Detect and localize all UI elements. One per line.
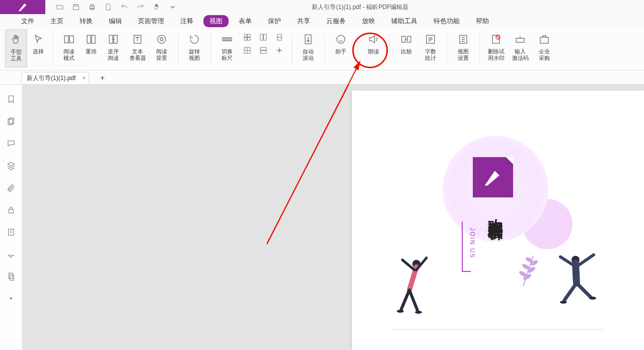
svg-rect-11 xyxy=(244,34,247,37)
svg-rect-1 xyxy=(91,5,93,6)
svg-rect-32 xyxy=(9,118,14,123)
reverse-read-button[interactable]: 逆序 阅读 xyxy=(102,29,124,67)
text-viewer-button[interactable]: 文本 查看器 xyxy=(126,29,149,67)
view-settings-button[interactable]: 视图 设置 xyxy=(452,29,474,67)
redo-icon[interactable] xyxy=(136,3,145,12)
security-icon[interactable] xyxy=(6,204,17,216)
menu-9[interactable]: 共享 xyxy=(291,15,316,27)
clipboard-icon[interactable] xyxy=(6,271,17,282)
svg-rect-13 xyxy=(244,37,247,40)
person-right-illustration xyxy=(554,250,600,315)
svg-point-49 xyxy=(589,297,596,300)
svg-rect-3 xyxy=(87,35,91,43)
svg-rect-25 xyxy=(407,36,411,42)
foxit-pen-icon xyxy=(482,166,504,188)
svg-point-23 xyxy=(337,35,345,43)
compare-button[interactable]: 比较 xyxy=(395,29,417,67)
toggle-ruler-button[interactable]: 切换 标尺 xyxy=(216,29,238,67)
menu-4[interactable]: 页面管理 xyxy=(132,15,170,27)
canvas-area[interactable]: 欢迎来到福昕 JOIN US xyxy=(22,85,644,350)
close-tab-icon[interactable]: × xyxy=(82,75,86,82)
guides-icon[interactable] xyxy=(272,32,287,42)
enterprise-button[interactable]: 企业 采购 xyxy=(533,29,555,67)
svg-rect-31 xyxy=(540,37,548,43)
bookmark-icon[interactable] xyxy=(6,94,17,105)
rotate-view-button[interactable]: 旋转 视图 xyxy=(183,29,205,67)
read-mode-button[interactable]: 阅读 模式 xyxy=(58,29,80,67)
leaf-decoration-icon xyxy=(508,252,538,287)
open-icon[interactable] xyxy=(55,3,64,12)
menu-3[interactable]: 编辑 xyxy=(103,15,128,27)
svg-point-45 xyxy=(397,310,404,313)
menu-7[interactable]: 表单 xyxy=(233,15,258,27)
svg-point-8 xyxy=(158,35,166,43)
menu-8[interactable]: 保护 xyxy=(262,15,287,27)
pages-icon[interactable] xyxy=(6,116,17,127)
svg-point-9 xyxy=(160,38,163,41)
svg-rect-34 xyxy=(9,209,13,214)
assistant-button[interactable]: 助手 xyxy=(330,29,352,67)
window-title: 新人引导(1)(1).pdf - 福昕PDF编辑器 xyxy=(177,3,644,12)
menu-0[interactable]: 文件 xyxy=(15,15,40,27)
svg-rect-14 xyxy=(248,37,250,40)
document-tab-label: 新人引导(1)(1).pdf xyxy=(27,74,76,83)
fields-icon[interactable] xyxy=(6,227,17,238)
add-tab-button[interactable]: + xyxy=(96,72,108,84)
grid-a-icon[interactable] xyxy=(240,32,254,42)
menu-11[interactable]: 放映 xyxy=(356,15,381,27)
menu-6[interactable]: 视图 xyxy=(203,15,229,27)
activate-button[interactable]: 输入 激活码 xyxy=(509,29,531,67)
svg-rect-17 xyxy=(264,34,266,40)
document-tab-bar: 新人引导(1)(1).pdf × + xyxy=(0,71,644,85)
grid-b-icon[interactable] xyxy=(240,45,254,55)
hand-dropdown-icon[interactable] xyxy=(152,3,161,12)
document-tab[interactable]: 新人引导(1)(1).pdf × xyxy=(21,72,89,84)
page-sub: JOIN US xyxy=(469,228,476,258)
wordcount-button[interactable]: 字数 统计 xyxy=(419,29,442,67)
select-tool-button[interactable]: 选择 xyxy=(29,29,47,67)
app-logo xyxy=(0,0,45,14)
svg-rect-33 xyxy=(8,119,13,125)
menu-2[interactable]: 转换 xyxy=(74,15,99,27)
svg-rect-12 xyxy=(248,34,250,37)
title-bar: 新人引导(1)(1).pdf - 福昕PDF编辑器 xyxy=(0,0,644,14)
menu-14[interactable]: 帮助 xyxy=(470,15,495,27)
ribbon-view: 手型 工具 选择 阅读 模式 重排 逆序 阅读 文本 查看器 阅读 背景 xyxy=(0,28,644,71)
quick-access-toolbar xyxy=(45,3,177,12)
print-icon[interactable] xyxy=(88,3,97,12)
grid-d-icon[interactable] xyxy=(256,45,270,55)
menu-1[interactable]: 主页 xyxy=(44,15,69,27)
signature-icon[interactable] xyxy=(6,249,17,260)
svg-rect-0 xyxy=(90,6,94,9)
menu-10[interactable]: 云服务 xyxy=(320,15,352,27)
svg-line-51 xyxy=(267,85,360,243)
comments-icon[interactable] xyxy=(6,138,17,149)
save-icon[interactable] xyxy=(71,3,81,12)
layers-icon[interactable] xyxy=(6,160,17,171)
menu-13[interactable]: 特色功能 xyxy=(427,15,466,27)
svg-rect-18 xyxy=(260,47,266,50)
collapse-icon[interactable] xyxy=(6,293,17,304)
svg-rect-19 xyxy=(260,50,266,53)
autoscroll-button[interactable]: 自动 滚动 xyxy=(297,29,319,67)
svg-point-48 xyxy=(560,301,567,304)
svg-rect-35 xyxy=(8,229,14,235)
remove-trial-watermark-button[interactable]: 删除试 用水印 xyxy=(485,29,507,67)
menu-12[interactable]: 辅助工具 xyxy=(385,15,423,27)
menu-bar: 文件主页转换编辑页面管理注释视图表单保护共享云服务放映辅助工具特色功能帮助 xyxy=(0,14,644,28)
read-background-button[interactable]: 阅读 背景 xyxy=(151,29,173,67)
speak-button[interactable]: 朗读 xyxy=(363,29,385,67)
undo-icon[interactable] xyxy=(120,3,129,12)
snap-icon[interactable] xyxy=(272,45,287,55)
svg-rect-24 xyxy=(402,36,405,42)
attachments-icon[interactable] xyxy=(6,182,17,193)
svg-point-46 xyxy=(415,311,422,314)
hand-tool-button[interactable]: 手型 工具 xyxy=(5,29,27,67)
qat-more-icon[interactable] xyxy=(168,3,177,12)
reflow-button[interactable]: 重排 xyxy=(82,29,100,67)
menu-5[interactable]: 注释 xyxy=(174,15,199,27)
page-divider xyxy=(392,329,604,330)
svg-rect-16 xyxy=(260,34,263,40)
grid-c-icon[interactable] xyxy=(256,32,270,42)
page-icon[interactable] xyxy=(104,3,113,12)
